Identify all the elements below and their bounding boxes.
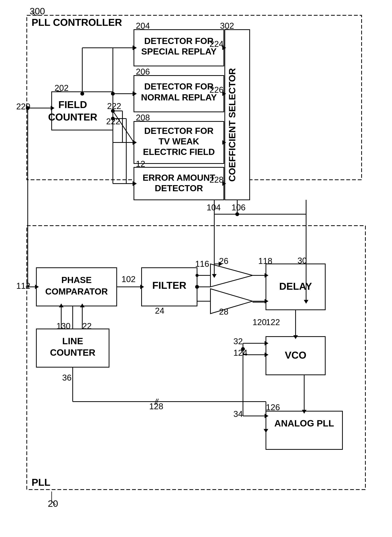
ref-116: 116 — [195, 259, 209, 268]
ref-130: 130 — [56, 321, 70, 331]
phase-comp-label1: PHASE — [61, 275, 92, 285]
detector-special-label2: SPECIAL REPLAY — [141, 46, 217, 56]
ref-24: 24 — [155, 306, 164, 315]
line-counter-label1: LINE — [62, 336, 83, 346]
field-counter-label: FIELD — [58, 99, 87, 110]
pll-label: PLL — [32, 477, 50, 488]
detector-normal-label2: NORMAL REPLAY — [141, 92, 217, 102]
line-counter-label2: COUNTER — [50, 347, 95, 358]
ref-22: 22 — [82, 321, 92, 331]
ref-120: 120 — [252, 317, 266, 327]
ref-12: 12 — [136, 159, 145, 168]
error-detector-label1: ERROR AMOUNT — [143, 173, 215, 183]
ref-224: 224 — [210, 39, 224, 49]
ref-32: 32 — [233, 337, 243, 346]
pll-controller-label: PLL CONTROLLER — [32, 17, 122, 28]
coeff-selector-label: COEFFICIENT SELECTOR — [227, 68, 237, 182]
ref-102: 102 — [121, 274, 135, 284]
ref-34: 34 — [233, 409, 243, 419]
delay-label: DELAY — [279, 281, 312, 292]
ref-122: 122 — [266, 317, 280, 327]
detector-tv-label1: DETECTOR FOR — [144, 126, 214, 136]
phase-comp-label2: COMPARATOR — [45, 287, 108, 296]
ref-126: 126 — [266, 403, 280, 412]
ref-128: 128 — [149, 402, 163, 411]
ref-104: 104 — [207, 203, 221, 212]
ref-222: 222 — [107, 101, 121, 111]
ref-206: 206 — [136, 67, 150, 76]
svg-rect-4 — [52, 92, 113, 130]
ref-30: 30 — [298, 256, 307, 265]
ref-300: 300 — [30, 6, 45, 16]
vco-label: VCO — [285, 350, 307, 361]
ref-124: 124 — [233, 348, 247, 357]
field-counter-label2: COUNTER — [48, 111, 97, 123]
ref-302: 302 — [220, 21, 234, 30]
svg-rect-85 — [266, 411, 342, 449]
ref-20: 20 — [48, 499, 58, 509]
ref-208: 208 — [136, 113, 150, 122]
ref-228: 228 — [210, 175, 224, 184]
ref-106: 106 — [232, 203, 245, 212]
detector-special-label1: DETECTOR FOR — [144, 36, 214, 46]
svg-point-32 — [80, 92, 84, 96]
svg-point-44 — [235, 212, 239, 216]
ref-28: 28 — [219, 307, 229, 316]
detector-tv-label3: ELECTRIC FIELD — [143, 147, 215, 157]
ref-222-label: 222 — [106, 117, 120, 126]
detector-tv-label2: TV WEAK — [159, 136, 199, 146]
ref-36: 36 — [62, 373, 72, 382]
ref-226: 226 — [210, 85, 224, 94]
filter-label: FILTER — [152, 280, 186, 291]
diagram-container: PLL CONTROLLER 300 FIELD COUNTER 202 DET… — [0, 0, 392, 537]
analog-pll-label1: ANALOG PLL — [274, 418, 334, 428]
error-detector-label2: DETECTOR — [155, 183, 203, 193]
detector-normal-label1: DETECTOR FOR — [144, 81, 214, 91]
ref-204: 204 — [136, 21, 150, 30]
